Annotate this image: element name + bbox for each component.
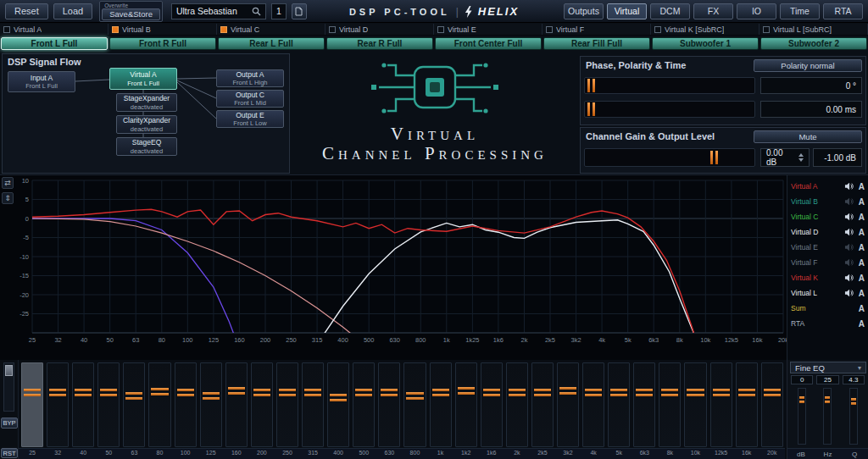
speaker-icon[interactable] <box>843 274 854 282</box>
eq-band-track[interactable] <box>72 362 94 447</box>
checkbox[interactable] <box>112 26 119 33</box>
speaker-icon[interactable] <box>843 197 854 206</box>
eq-band-track[interactable] <box>200 362 222 447</box>
eq-band-handle[interactable] <box>330 394 347 401</box>
fine-eq-slider-track[interactable] <box>849 388 858 445</box>
eq-band-handle[interactable] <box>713 389 730 396</box>
signal-flow-stageeq[interactable]: StageEQdeactivated <box>116 137 177 156</box>
eq-band-50[interactable]: 50 <box>96 360 121 459</box>
delay-slider-handle[interactable] <box>587 102 595 116</box>
eq-band-250[interactable]: 250 <box>275 360 300 459</box>
spinner-down-icon[interactable] <box>798 158 804 162</box>
save-store-button[interactable]: Save&Store <box>102 8 160 20</box>
eq-band-1k6[interactable]: 1k6 <box>479 360 504 459</box>
eq-master-slider-handle[interactable] <box>5 365 13 376</box>
signal-flow-clarityxpander[interactable]: ClarityXpanderdeactivated <box>116 115 177 134</box>
gain-spinner[interactable] <box>798 153 804 162</box>
signal-flow-stagexpander[interactable]: StageXpanderdeactivated <box>116 93 177 112</box>
gain-value-field[interactable]: 0.00 dB <box>760 148 810 167</box>
eq-band-track[interactable] <box>123 362 145 447</box>
eq-band-handle[interactable] <box>177 389 194 396</box>
eq-band-handle[interactable] <box>764 389 781 396</box>
checkbox[interactable] <box>437 26 444 33</box>
eq-band-100[interactable]: 100 <box>173 360 198 459</box>
eq-band-handle[interactable] <box>432 389 449 396</box>
speaker-icon[interactable] <box>843 213 854 221</box>
virtual-tab-virtual-e[interactable]: Virtual E <box>434 24 542 35</box>
channel-legend-virtual-b[interactable]: Virtual BA <box>787 194 868 209</box>
phase-slider-handle[interactable] <box>587 79 595 92</box>
channel-button-front-center-full[interactable]: Front Center Full <box>435 37 542 50</box>
eq-band-2k5[interactable]: 2k5 <box>530 360 555 459</box>
eq-band-400[interactable]: 400 <box>326 360 351 459</box>
eq-band-handle[interactable] <box>125 392 142 400</box>
channel-button-subwoofer-1[interactable]: Subwoofer 1 <box>652 37 759 50</box>
fine-eq-slider-handle[interactable] <box>825 396 830 403</box>
channel-button-subwoofer-2[interactable]: Subwoofer 2 <box>760 37 867 50</box>
eq-band-40[interactable]: 40 <box>70 360 96 459</box>
eq-band-handle[interactable] <box>610 389 627 396</box>
eq-master-slider-track[interactable] <box>3 362 14 412</box>
channel-legend-virtual-f[interactable]: Virtual FA <box>787 255 868 270</box>
eq-band-1k2[interactable]: 1k2 <box>453 360 479 459</box>
virtual-tab-virtual-l-subrc-[interactable]: Virtual L [SubRC] <box>760 24 868 35</box>
eq-band-track[interactable] <box>633 362 655 447</box>
eq-band-track[interactable] <box>47 362 69 447</box>
eq-band-track[interactable] <box>659 362 681 447</box>
eq-band-6k3[interactable]: 6k3 <box>632 360 657 459</box>
eq-band-handle[interactable] <box>24 389 41 396</box>
eq-band-handle[interactable] <box>585 389 602 396</box>
checkbox[interactable] <box>220 26 227 33</box>
eq-band-5k[interactable]: 5k <box>606 360 632 459</box>
virtual-tab-virtual-f[interactable]: Virtual F <box>542 24 651 35</box>
speaker-icon[interactable] <box>843 289 854 297</box>
eq-band-handle[interactable] <box>381 389 398 396</box>
memory-slot-field[interactable]: 1 <box>271 3 287 19</box>
eq-band-8k[interactable]: 8k <box>657 360 682 459</box>
speaker-icon[interactable] <box>843 243 854 252</box>
signal-flow-virtual-a[interactable]: Virtual A Front L Full <box>109 68 177 90</box>
signal-flow-output-a[interactable]: Output AFront L High <box>216 69 284 87</box>
eq-band-handle[interactable] <box>406 392 423 400</box>
speaker-icon[interactable] <box>843 182 854 191</box>
eq-band-10k[interactable]: 10k <box>682 360 708 459</box>
eq-band-handle[interactable] <box>559 387 576 395</box>
search-icon[interactable] <box>252 7 261 16</box>
eq-band-630[interactable]: 630 <box>376 360 402 459</box>
channel-legend-virtual-a[interactable]: Virtual AA <box>787 179 868 194</box>
eq-band-2k[interactable]: 2k <box>504 360 530 459</box>
checkbox[interactable] <box>329 26 336 33</box>
eq-band-handle[interactable] <box>151 388 168 395</box>
eq-band-track[interactable] <box>378 362 400 447</box>
channel-button-rear-l-full[interactable]: Rear L Full <box>218 37 325 50</box>
eq-band-500[interactable]: 500 <box>351 360 376 459</box>
eq-band-handle[interactable] <box>228 387 245 395</box>
signal-flow-input-a[interactable]: Input A Front L Full <box>8 71 75 92</box>
nav-button-virtual[interactable]: Virtual <box>607 3 647 19</box>
eq-band-handle[interactable] <box>687 389 704 396</box>
eq-band-track[interactable] <box>430 362 452 447</box>
nav-button-io[interactable]: IO <box>737 3 776 19</box>
eq-band-handle[interactable] <box>534 389 551 396</box>
eq-band-handle[interactable] <box>483 389 500 396</box>
channel-button-rear-fill-full[interactable]: Rear Fill Full <box>543 37 650 50</box>
fine-eq-slider-track[interactable] <box>798 388 806 445</box>
eq-band-track[interactable] <box>710 362 732 447</box>
eq-band-handle[interactable] <box>304 389 321 396</box>
eq-band-track[interactable] <box>531 362 554 447</box>
eq-band-handle[interactable] <box>75 389 92 396</box>
virtual-tab-virtual-k-subrc-[interactable]: Virtual K [SubRC] <box>651 24 760 35</box>
eq-band-track[interactable] <box>251 362 273 447</box>
eq-band-handle[interactable] <box>636 389 653 396</box>
polarity-button[interactable]: Polarity normal <box>754 59 862 72</box>
eq-band-handle[interactable] <box>253 389 270 396</box>
fine-eq-value-q[interactable]: 4.3 <box>843 375 865 384</box>
eq-band-track[interactable] <box>353 362 375 447</box>
channel-legend-virtual-l[interactable]: Virtual LA <box>787 285 868 301</box>
reset-button[interactable]: Reset <box>5 3 48 19</box>
nav-button-fx[interactable]: FX <box>693 3 733 19</box>
channel-legend-virtual-d[interactable]: Virtual DA <box>787 224 868 240</box>
eq-band-track[interactable] <box>403 362 426 447</box>
signal-flow-output-e[interactable]: Output EFront L Low <box>216 110 284 128</box>
eq-band-track[interactable] <box>582 362 604 447</box>
